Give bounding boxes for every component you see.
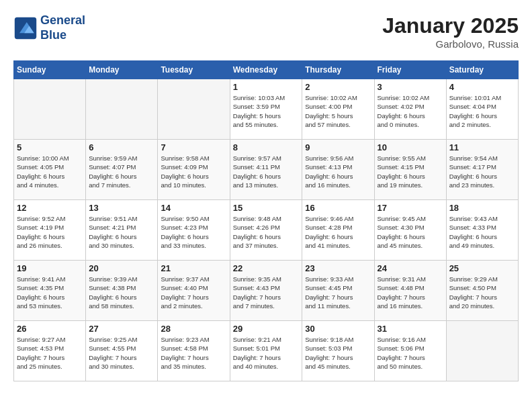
title-area: January 2025 Garbolovo, Russia <box>382 13 519 50</box>
day-cell-9: 9Sunrise: 9:56 AM Sunset: 4:13 PM Daylig… <box>302 140 374 200</box>
day-number: 8 <box>233 142 300 152</box>
day-number: 3 <box>378 82 443 92</box>
day-cell-1: 1Sunrise: 10:03 AM Sunset: 3:59 PM Dayli… <box>230 79 302 140</box>
day-cell-8: 8Sunrise: 9:57 AM Sunset: 4:11 PM Daylig… <box>230 140 302 200</box>
empty-cell <box>14 79 86 140</box>
day-number: 15 <box>233 203 300 213</box>
day-cell-25: 25Sunrise: 9:29 AM Sunset: 4:50 PM Dayli… <box>446 261 518 321</box>
day-number: 22 <box>233 263 300 273</box>
day-info: Sunrise: 9:50 AM Sunset: 4:23 PM Dayligh… <box>161 214 226 250</box>
empty-cell <box>158 79 230 140</box>
day-number: 14 <box>161 203 226 213</box>
day-cell-30: 30Sunrise: 9:18 AM Sunset: 5:03 PM Dayli… <box>302 321 374 381</box>
day-info: Sunrise: 9:27 AM Sunset: 4:53 PM Dayligh… <box>17 335 83 371</box>
weekday-header-sunday: Sunday <box>14 61 86 79</box>
day-info: Sunrise: 9:18 AM Sunset: 5:03 PM Dayligh… <box>305 335 371 371</box>
day-number: 2 <box>305 82 371 92</box>
day-cell-14: 14Sunrise: 9:50 AM Sunset: 4:23 PM Dayli… <box>158 200 230 261</box>
day-info: Sunrise: 10:03 AM Sunset: 3:59 PM Daylig… <box>233 93 300 129</box>
month-title: January 2025 <box>382 13 519 38</box>
weekday-header-tuesday: Tuesday <box>158 61 230 79</box>
day-cell-5: 5Sunrise: 10:00 AM Sunset: 4:05 PM Dayli… <box>14 140 86 200</box>
day-cell-21: 21Sunrise: 9:37 AM Sunset: 4:40 PM Dayli… <box>158 261 230 321</box>
week-row-4: 19Sunrise: 9:41 AM Sunset: 4:35 PM Dayli… <box>14 261 519 321</box>
weekday-header-monday: Monday <box>86 61 158 79</box>
day-cell-6: 6Sunrise: 9:59 AM Sunset: 4:07 PM Daylig… <box>86 140 158 200</box>
weekday-header-thursday: Thursday <box>302 61 374 79</box>
day-number: 23 <box>305 263 371 273</box>
day-number: 31 <box>378 324 443 334</box>
day-number: 20 <box>89 263 154 273</box>
day-info: Sunrise: 9:45 AM Sunset: 4:30 PM Dayligh… <box>378 214 443 250</box>
day-cell-27: 27Sunrise: 9:25 AM Sunset: 4:55 PM Dayli… <box>86 321 158 381</box>
day-number: 27 <box>89 324 154 334</box>
day-number: 19 <box>17 263 83 273</box>
empty-cell <box>446 321 518 381</box>
day-info: Sunrise: 9:51 AM Sunset: 4:21 PM Dayligh… <box>89 214 154 250</box>
day-info: Sunrise: 9:23 AM Sunset: 4:58 PM Dayligh… <box>161 335 226 371</box>
day-info: Sunrise: 9:16 AM Sunset: 5:06 PM Dayligh… <box>378 335 443 371</box>
day-info: Sunrise: 9:43 AM Sunset: 4:33 PM Dayligh… <box>449 214 515 250</box>
day-cell-22: 22Sunrise: 9:35 AM Sunset: 4:43 PM Dayli… <box>230 261 302 321</box>
location: Garbolovo, Russia <box>382 38 519 50</box>
logo-icon <box>13 16 38 40</box>
week-row-1: 1Sunrise: 10:03 AM Sunset: 3:59 PM Dayli… <box>14 79 519 140</box>
day-info: Sunrise: 9:46 AM Sunset: 4:28 PM Dayligh… <box>305 214 371 250</box>
day-number: 26 <box>17 324 83 334</box>
day-cell-26: 26Sunrise: 9:27 AM Sunset: 4:53 PM Dayli… <box>14 321 86 381</box>
day-info: Sunrise: 9:59 AM Sunset: 4:07 PM Dayligh… <box>89 154 154 189</box>
calendar-table: SundayMondayTuesdayWednesdayThursdayFrid… <box>13 60 519 381</box>
day-info: Sunrise: 9:21 AM Sunset: 5:01 PM Dayligh… <box>233 335 300 371</box>
day-number: 18 <box>449 203 515 213</box>
day-info: Sunrise: 9:52 AM Sunset: 4:19 PM Dayligh… <box>17 214 83 250</box>
day-info: Sunrise: 9:54 AM Sunset: 4:17 PM Dayligh… <box>449 154 515 189</box>
day-number: 7 <box>161 142 226 152</box>
day-number: 25 <box>449 263 515 273</box>
day-info: Sunrise: 9:57 AM Sunset: 4:11 PM Dayligh… <box>233 154 300 189</box>
day-cell-20: 20Sunrise: 9:39 AM Sunset: 4:38 PM Dayli… <box>86 261 158 321</box>
day-cell-15: 15Sunrise: 9:48 AM Sunset: 4:26 PM Dayli… <box>230 200 302 261</box>
day-cell-16: 16Sunrise: 9:46 AM Sunset: 4:28 PM Dayli… <box>302 200 374 261</box>
day-info: Sunrise: 10:02 AM Sunset: 4:00 PM Daylig… <box>305 93 371 129</box>
day-number: 6 <box>89 142 154 152</box>
day-number: 1 <box>233 82 300 92</box>
weekday-header-row: SundayMondayTuesdayWednesdayThursdayFrid… <box>14 61 519 79</box>
day-info: Sunrise: 9:31 AM Sunset: 4:48 PM Dayligh… <box>378 275 443 310</box>
day-number: 10 <box>378 142 443 152</box>
day-info: Sunrise: 9:29 AM Sunset: 4:50 PM Dayligh… <box>449 275 515 310</box>
day-cell-13: 13Sunrise: 9:51 AM Sunset: 4:21 PM Dayli… <box>86 200 158 261</box>
day-cell-31: 31Sunrise: 9:16 AM Sunset: 5:06 PM Dayli… <box>374 321 446 381</box>
day-cell-7: 7Sunrise: 9:58 AM Sunset: 4:09 PM Daylig… <box>158 140 230 200</box>
day-number: 29 <box>233 324 300 334</box>
weekday-header-saturday: Saturday <box>446 61 518 79</box>
day-cell-3: 3Sunrise: 10:02 AM Sunset: 4:02 PM Dayli… <box>374 79 446 140</box>
weekday-header-friday: Friday <box>374 61 446 79</box>
day-info: Sunrise: 9:39 AM Sunset: 4:38 PM Dayligh… <box>89 275 154 310</box>
day-cell-28: 28Sunrise: 9:23 AM Sunset: 4:58 PM Dayli… <box>158 321 230 381</box>
day-info: Sunrise: 9:58 AM Sunset: 4:09 PM Dayligh… <box>161 154 226 189</box>
day-cell-19: 19Sunrise: 9:41 AM Sunset: 4:35 PM Dayli… <box>14 261 86 321</box>
day-number: 24 <box>378 263 443 273</box>
day-cell-29: 29Sunrise: 9:21 AM Sunset: 5:01 PM Dayli… <box>230 321 302 381</box>
day-info: Sunrise: 9:56 AM Sunset: 4:13 PM Dayligh… <box>305 154 371 189</box>
day-number: 17 <box>378 203 443 213</box>
weekday-header-wednesday: Wednesday <box>230 61 302 79</box>
day-info: Sunrise: 9:25 AM Sunset: 4:55 PM Dayligh… <box>89 335 154 371</box>
day-info: Sunrise: 10:02 AM Sunset: 4:02 PM Daylig… <box>378 93 443 129</box>
empty-cell <box>86 79 158 140</box>
day-cell-2: 2Sunrise: 10:02 AM Sunset: 4:00 PM Dayli… <box>302 79 374 140</box>
day-info: Sunrise: 9:55 AM Sunset: 4:15 PM Dayligh… <box>378 154 443 189</box>
day-number: 28 <box>161 324 226 334</box>
day-number: 12 <box>17 203 83 213</box>
day-cell-24: 24Sunrise: 9:31 AM Sunset: 4:48 PM Dayli… <box>374 261 446 321</box>
day-info: Sunrise: 9:35 AM Sunset: 4:43 PM Dayligh… <box>233 275 300 310</box>
day-cell-11: 11Sunrise: 9:54 AM Sunset: 4:17 PM Dayli… <box>446 140 518 200</box>
day-cell-4: 4Sunrise: 10:01 AM Sunset: 4:04 PM Dayli… <box>446 79 518 140</box>
day-number: 30 <box>305 324 371 334</box>
day-number: 13 <box>89 203 154 213</box>
week-row-2: 5Sunrise: 10:00 AM Sunset: 4:05 PM Dayli… <box>14 140 519 200</box>
day-cell-12: 12Sunrise: 9:52 AM Sunset: 4:19 PM Dayli… <box>14 200 86 261</box>
day-number: 9 <box>305 142 371 152</box>
day-info: Sunrise: 9:33 AM Sunset: 4:45 PM Dayligh… <box>305 275 371 310</box>
day-info: Sunrise: 10:01 AM Sunset: 4:04 PM Daylig… <box>449 93 515 129</box>
